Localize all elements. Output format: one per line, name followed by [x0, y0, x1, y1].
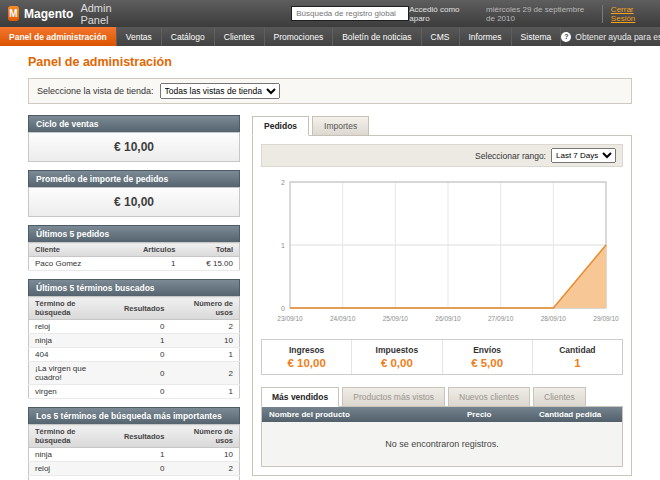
stat-value: € 10,00 — [262, 357, 351, 369]
table-row[interactable]: 404 0 1 — [29, 348, 240, 362]
tab-productos-mas-vistos[interactable]: Productos más vistos — [342, 387, 445, 407]
page-title: Panel de administración — [28, 55, 632, 69]
svg-text:26/09/10: 26/09/10 — [435, 315, 461, 322]
table-row[interactable]: ¡La virgen que cuadro! 0 2 — [29, 362, 240, 385]
nav-cms[interactable]: CMS — [422, 27, 460, 46]
orders-chart-svg: 01223/09/1024/09/1025/09/1026/09/1027/09… — [264, 174, 620, 332]
nav-clientes[interactable]: Clientes — [215, 27, 265, 46]
table-row[interactable]: Paco Gomez 1 € 15.00 — [29, 257, 240, 271]
cell-resultados: 1 — [118, 334, 170, 348]
cell-termino: reloj — [29, 462, 118, 476]
nav-promociones[interactable]: Promociones — [265, 27, 334, 46]
session-info: Accedió como aparo miércoles 29 de septi… — [409, 5, 652, 23]
top-header: M Magento Admin Panel Accedió como aparo… — [0, 0, 660, 27]
global-search-input[interactable] — [291, 6, 409, 21]
grids-tabs: Más vendidos Productos más vistos Nuevos… — [261, 386, 623, 406]
tab-mas-vendidos[interactable]: Más vendidos — [261, 387, 339, 407]
sales-cycle-widget: Ciclo de ventas € 10,00 — [28, 115, 240, 162]
cell-termino: ¡La virgen que cuadro! — [29, 476, 118, 480]
nav-informes[interactable]: Informes — [460, 27, 512, 46]
sales-cycle-value: € 10,00 — [28, 132, 240, 162]
nav-panel-administracion[interactable]: Panel de administración — [0, 27, 117, 46]
cell-termino: ninja — [29, 334, 118, 348]
last-search-terms-title: Últimos 5 términos buscados — [28, 279, 240, 296]
svg-text:1: 1 — [281, 242, 285, 249]
cell-usos: 2 — [170, 320, 239, 334]
last-orders-table: Cliente Artículos Total Paco Gomez 1 € 1… — [28, 242, 240, 271]
cell-termino: reloj — [29, 320, 118, 334]
stat-value: € 0,00 — [352, 357, 441, 369]
nav-boletin-de-noticias[interactable]: Boletín de noticias — [333, 27, 421, 46]
table-row[interactable]: ¡La virgen que cuadro! 0 2 — [29, 476, 240, 480]
cell-resultados: 0 — [118, 320, 170, 334]
col-numero-usos: Número de usos — [170, 297, 239, 320]
session-date: miércoles 29 de septiembre de 2010 — [478, 5, 602, 23]
stat-label: Envíos — [443, 345, 532, 355]
total-envios: Envíos € 5,00 — [442, 340, 532, 374]
cell-resultados: 0 — [118, 362, 170, 385]
svg-text:25/09/10: 25/09/10 — [383, 315, 409, 322]
sales-cycle-title: Ciclo de ventas — [28, 115, 240, 132]
stat-value: € 5,00 — [443, 357, 532, 369]
tab-clientes[interactable]: Clientes — [533, 387, 586, 407]
last-orders-title: Últimos 5 pedidos — [28, 225, 240, 242]
last-search-terms-widget: Últimos 5 términos buscados Término de b… — [28, 279, 240, 399]
last-search-terms-table: Término de búsqueda Resultados Número de… — [28, 296, 240, 399]
logo-subtitle: Admin Panel — [80, 2, 126, 26]
cell-resultados: 0 — [118, 476, 170, 480]
tab-pedidos[interactable]: Pedidos — [252, 116, 309, 136]
range-select[interactable]: Last 7 Days — [551, 148, 616, 163]
tab-nuevos-clientes[interactable]: Nuevos clientes — [448, 387, 530, 407]
svg-text:24/09/10: 24/09/10 — [330, 315, 356, 322]
cell-cliente: Paco Gomez — [29, 257, 116, 271]
avg-order-widget: Promedio de importe de pedidos € 10,00 — [28, 170, 240, 217]
cell-usos: 2 — [170, 362, 239, 385]
nav-catalogo[interactable]: Catálogo — [162, 27, 215, 46]
total-cantidad: Cantidad 1 — [532, 340, 622, 374]
nav-sistema[interactable]: Sistema — [512, 27, 562, 46]
cell-articulos: 1 — [116, 257, 182, 271]
cell-usos: 1 — [170, 348, 239, 362]
store-view-select[interactable]: Todas las vistas de tienda — [160, 83, 280, 99]
cell-resultados: 0 — [118, 462, 170, 476]
svg-text:28/09/10: 28/09/10 — [541, 315, 567, 322]
table-row[interactable]: ninja 1 10 — [29, 334, 240, 348]
dashboard: Ciclo de ventas € 10,00 Promedio de impo… — [28, 115, 632, 480]
dashboard-main-column: Pedidos Importes Seleccionar rango: Last… — [252, 115, 632, 476]
cell-total: € 15.00 — [181, 257, 239, 271]
logout-link[interactable]: Cerrar Sesión — [602, 5, 652, 23]
range-label: Seleccionar rango: — [475, 151, 546, 161]
stat-label: Impuestos — [352, 345, 441, 355]
store-view-switcher: Seleccione la vista de tienda: Todas las… — [28, 78, 632, 104]
best-sellers-grid: Nombre del producto Precio Cantidad pedi… — [261, 406, 623, 467]
col-resultados: Resultados — [118, 297, 170, 320]
col-cliente: Cliente — [29, 243, 116, 257]
table-row[interactable]: ninja 1 10 — [29, 448, 240, 462]
admin-page: M Magento Admin Panel Accedió como aparo… — [0, 0, 660, 480]
total-ingresos: Ingresos € 10,00 — [262, 340, 351, 374]
tab-importes[interactable]: Importes — [312, 116, 369, 136]
col-numero-usos: Número de usos — [170, 425, 239, 448]
svg-text:23/09/10: 23/09/10 — [277, 315, 303, 322]
col-resultados: Resultados — [118, 425, 170, 448]
cell-termino: virgen — [29, 385, 118, 399]
help-label: Obtener ayuda para esta página — [575, 32, 660, 42]
cell-termino: ¡La virgen que cuadro! — [29, 362, 118, 385]
cell-usos: 1 — [170, 385, 239, 399]
table-row[interactable]: virgen 0 1 — [29, 385, 240, 399]
nav-ventas[interactable]: Ventas — [117, 27, 162, 46]
top-search-terms-widget: Los 5 términos de búsqueda más important… — [28, 407, 240, 480]
col-price: Precio — [460, 407, 532, 422]
table-row[interactable]: reloj 0 2 — [29, 462, 240, 476]
top-search-terms-table: Término de búsqueda Resultados Número de… — [28, 424, 240, 480]
table-row[interactable]: reloj 0 2 — [29, 320, 240, 334]
avg-order-value: € 10,00 — [28, 187, 240, 217]
col-product-name: Nombre del producto — [262, 407, 460, 422]
magento-logo[interactable]: M Magento Admin Panel — [8, 2, 126, 26]
col-termino: Término de búsqueda — [29, 297, 118, 320]
col-termino: Término de búsqueda — [29, 425, 118, 448]
chart-tabs: Pedidos Importes — [252, 115, 632, 135]
totals-row: Ingresos € 10,00 Impuestos € 0,00 Envíos… — [261, 339, 623, 375]
store-view-label: Seleccione la vista de tienda: — [37, 86, 154, 96]
help-link[interactable]: ? Obtener ayuda para esta página — [561, 27, 660, 46]
